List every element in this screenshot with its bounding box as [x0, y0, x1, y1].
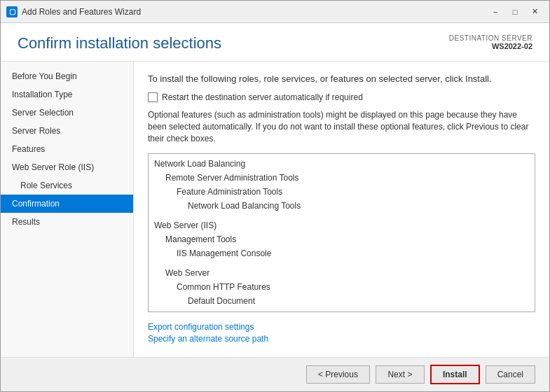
instruction-text: To install the following roles, role ser… — [148, 73, 535, 85]
alt-source-link[interactable]: Specify an alternate source path — [148, 334, 535, 344]
close-button[interactable]: ✕ — [525, 5, 544, 19]
links-area: Export configuration settings Specify an… — [148, 322, 535, 346]
optional-text: Optional features (such as administratio… — [148, 109, 535, 144]
main-panel: To install the following roles, role ser… — [134, 62, 549, 357]
app-icon: ▢ — [6, 6, 18, 18]
minimize-button[interactable]: − — [486, 5, 504, 19]
sidebar-item-server-roles[interactable]: Server Roles — [1, 122, 133, 140]
title-bar-left: ▢ Add Roles and Features Wizard — [6, 6, 141, 18]
feature-nlb: Network Load Balancing — [149, 157, 535, 171]
cancel-button[interactable]: Cancel — [486, 365, 535, 384]
feature-rsat: Remote Server Administration Tools — [149, 171, 535, 185]
window-title: Add Roles and Features Wizard — [22, 7, 141, 17]
restart-checkbox[interactable] — [148, 92, 158, 102]
feature-dir-browsing: Directory Browsing — [149, 308, 535, 312]
feature-fat: Feature Administration Tools — [149, 185, 535, 199]
export-config-link[interactable]: Export configuration settings — [148, 322, 535, 332]
sidebar-item-features[interactable]: Features — [1, 140, 133, 158]
title-bar: ▢ Add Roles and Features Wizard − □ ✕ — [1, 1, 549, 23]
main-window: ▢ Add Roles and Features Wizard − □ ✕ Co… — [0, 0, 550, 392]
maximize-button[interactable]: □ — [506, 5, 524, 19]
install-button[interactable]: Install — [430, 365, 480, 384]
restart-checkbox-label: Restart the destination server automatic… — [162, 92, 363, 102]
destination-label: DESTINATION SERVER — [449, 34, 532, 42]
sidebar: Before You Begin Installation Type Serve… — [1, 62, 134, 357]
sidebar-item-installation-type[interactable]: Installation Type — [1, 85, 133, 104]
sidebar-item-before-you-begin[interactable]: Before You Begin — [1, 67, 133, 85]
restart-checkbox-row: Restart the destination server automatic… — [148, 92, 535, 102]
destination-server-info: DESTINATION SERVER WS2022-02 — [449, 34, 532, 50]
feature-default-doc: Default Document — [149, 294, 535, 308]
header-bar: Confirm installation selections DESTINAT… — [1, 23, 549, 62]
feature-iis: Web Server (IIS) — [149, 218, 535, 232]
feature-iis-mgmt: IIS Management Console — [149, 246, 535, 260]
previous-button[interactable]: < Previous — [306, 365, 370, 384]
sidebar-item-web-server-role[interactable]: Web Server Role (IIS) — [1, 158, 133, 176]
page-title: Confirm installation selections — [18, 34, 221, 52]
feature-mgmt-tools: Management Tools — [149, 232, 535, 246]
content-area: Before You Begin Installation Type Serve… — [1, 62, 549, 357]
window-controls: − □ ✕ — [486, 5, 544, 19]
footer: < Previous Next > Install Cancel — [1, 357, 549, 391]
feature-common-http: Common HTTP Features — [149, 280, 535, 294]
feature-web-server: Web Server — [149, 266, 535, 280]
sidebar-item-server-selection[interactable]: Server Selection — [1, 104, 133, 122]
sidebar-item-role-services[interactable]: Role Services — [1, 176, 133, 195]
next-button[interactable]: Next > — [376, 365, 425, 384]
sidebar-item-results[interactable]: Results — [1, 213, 133, 231]
server-name: WS2022-02 — [449, 42, 532, 50]
feature-nlbt: Network Load Balancing Tools — [149, 199, 535, 213]
features-list: Network Load Balancing Remote Server Adm… — [149, 154, 535, 312]
features-list-container[interactable]: Network Load Balancing Remote Server Adm… — [148, 153, 535, 312]
sidebar-item-confirmation[interactable]: Confirmation — [1, 195, 133, 213]
